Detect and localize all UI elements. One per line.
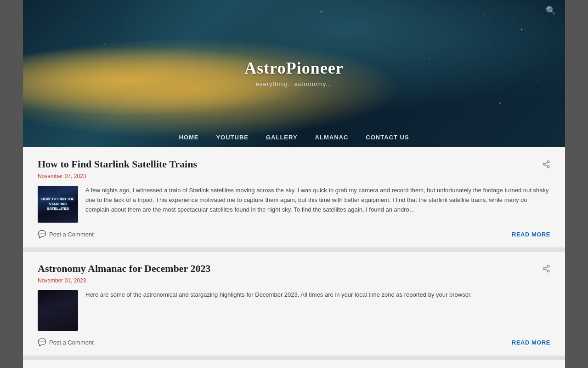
blog-title-wrap: AstroPioneer everything...astronomy... <box>244 58 343 87</box>
post-title[interactable]: How to Find Starlink Satellite Trains <box>38 158 537 170</box>
comment-icon: 💬 <box>38 230 46 238</box>
content-area: How to Find Starlink Satellite Trains No… <box>23 147 565 368</box>
nav-item-youtube[interactable]: YOUTUBE <box>214 133 250 142</box>
nav-item-almanac[interactable]: ALMANAC <box>313 133 351 142</box>
post-body-row: Here are some of the astronomical and st… <box>38 290 550 331</box>
read-more-button[interactable]: READ MORE <box>512 339 550 346</box>
share-icon[interactable] <box>542 264 550 275</box>
nav-item-home[interactable]: HOME <box>177 133 200 142</box>
post-body-row: HOW TO FIND THE STARLINK SATELLITES A fe… <box>38 186 550 223</box>
svg-line-4 <box>545 162 547 164</box>
post-comment-link[interactable]: 💬 Post a Comment <box>38 338 94 346</box>
post-card: How to Find Starlink Satellite Trains No… <box>23 147 565 248</box>
comment-label[interactable]: Post a Comment <box>49 231 94 238</box>
svg-line-3 <box>545 165 547 166</box>
post-title[interactable]: Astronomy Almanac for December 2023 <box>38 263 537 275</box>
post-header-row: How to Find Starlink Satellite Trains <box>38 158 550 173</box>
post-card: Astronomy Almanac for December 2023 Nove… <box>23 252 565 356</box>
post-header-row: Astronomy Almanac for December 2023 <box>38 263 550 277</box>
site-header: 🔍 AstroPioneer everything...astronomy...… <box>23 0 565 147</box>
nav-bar: HOME YOUTUBE GALLERY ALMANAC CONTACT US <box>23 128 565 147</box>
svg-line-9 <box>545 267 547 268</box>
post-footer-row: 💬 Post a Comment READ MORE <box>38 338 550 346</box>
post-date: November 07, 2023 <box>38 173 550 179</box>
post-separator <box>23 248 565 252</box>
post-thumbnail <box>38 290 78 331</box>
post-excerpt: A few nights ago, I witnessed a train of… <box>85 186 550 223</box>
nav-item-contact[interactable]: CONTACT US <box>364 133 411 142</box>
blog-title: AstroPioneer <box>244 58 343 78</box>
post-footer-row: 💬 Post a Comment READ MORE <box>38 230 550 238</box>
search-icon[interactable]: 🔍 <box>546 6 556 16</box>
read-more-button[interactable]: READ MORE <box>512 231 550 238</box>
post-card: Astronomy Almanac for November 2023 <box>23 360 565 368</box>
post-comment-link[interactable]: 💬 Post a Comment <box>38 230 94 238</box>
post-excerpt: Here are some of the astronomical and st… <box>85 290 550 331</box>
thumbnail-label: HOW TO FIND THE STARLINK SATELLITES <box>38 195 78 213</box>
page-wrapper: 🔍 AstroPioneer everything...astronomy...… <box>23 0 565 368</box>
post-date: November 01, 2023 <box>38 277 550 284</box>
post-thumbnail: HOW TO FIND THE STARLINK SATELLITES <box>38 186 78 223</box>
nav-item-gallery[interactable]: GALLERY <box>264 133 300 142</box>
blog-tagline: everything...astronomy... <box>244 80 343 87</box>
post-separator <box>23 356 565 360</box>
comment-label[interactable]: Post a Comment <box>49 339 94 346</box>
svg-line-8 <box>545 269 547 270</box>
share-icon[interactable] <box>542 160 550 170</box>
comment-icon: 💬 <box>38 338 46 346</box>
